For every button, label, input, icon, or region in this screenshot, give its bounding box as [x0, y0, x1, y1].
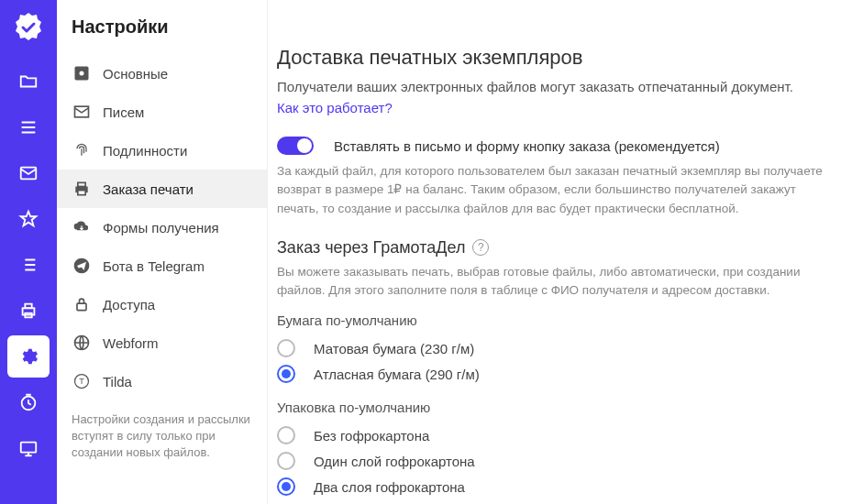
svg-rect-10 [78, 182, 85, 186]
sidebar-item-mail[interactable]: Писем [57, 93, 267, 131]
nav-desktop-icon[interactable] [7, 427, 50, 469]
svg-rect-2 [25, 304, 31, 309]
cloud-download-icon [72, 217, 92, 237]
nav-folder-icon[interactable] [7, 60, 50, 103]
toggle-label: Вставлять в письмо и форму кнопку заказа… [334, 138, 720, 154]
nav-mail-icon[interactable] [7, 152, 50, 194]
sidebar-item-telegram[interactable]: Бота в Telegram [57, 247, 267, 285]
radio-label: Без гофрокартона [314, 428, 429, 444]
tilda-icon: T [72, 371, 92, 391]
sidebar-title: Настройки [57, 16, 267, 54]
sidebar-item-forms[interactable]: Формы получения [57, 208, 267, 247]
nav-star-icon[interactable] [7, 198, 50, 240]
sidebar-item-label: Доступа [103, 297, 155, 312]
svg-rect-5 [21, 443, 37, 453]
page-heading: Доставка печатных экземпляров [277, 46, 832, 70]
radio-icon [277, 477, 295, 496]
nav-settings-icon[interactable] [7, 335, 50, 378]
sidebar-item-label: Подлинности [103, 143, 187, 159]
fingerprint-icon [72, 140, 92, 160]
sidebar-item-print-order[interactable]: Заказа печати [57, 170, 267, 208]
sidebar: Настройки Основные Писем Подлинности Зак… [57, 0, 268, 504]
sidebar-item-tilda[interactable]: T Tilda [57, 362, 267, 400]
nav-list-icon[interactable] [7, 244, 50, 286]
sidebar-item-label: Формы получения [103, 220, 219, 236]
order-desc: Вы можете заказывать печать, выбрав гото… [277, 263, 832, 301]
toggle-helper: За каждый файл, для которого пользовател… [277, 162, 832, 218]
paper-option-satin[interactable]: Атласная бумага (290 г/м) [277, 361, 832, 387]
nav-clock-icon[interactable] [7, 381, 50, 423]
packaging-option-two[interactable]: Два слоя гофрокартона [277, 474, 832, 499]
telegram-icon [72, 256, 92, 276]
nav-menu-icon[interactable] [7, 106, 50, 148]
sidebar-note: Настройки создания и рассылки вступят в … [57, 400, 267, 473]
sidebar-item-label: Писем [103, 104, 144, 120]
iconbar [0, 0, 57, 504]
sidebar-item-webform[interactable]: Webform [57, 323, 267, 362]
sidebar-item-label: Основные [103, 66, 168, 82]
packaging-option-one[interactable]: Один слой гофрокартона [277, 448, 832, 474]
sidebar-item-main[interactable]: Основные [57, 54, 267, 93]
sidebar-item-label: Заказа печати [103, 181, 194, 197]
packaging-option-none[interactable]: Без гофрокартона [277, 422, 832, 448]
envelope-icon [72, 102, 92, 122]
radio-icon [277, 365, 295, 383]
how-it-works-link[interactable]: Как это работает? [277, 100, 393, 115]
lock-icon [72, 294, 92, 314]
gear-box-icon [72, 63, 92, 83]
radio-icon [277, 339, 295, 357]
paper-group-label: Бумага по-умолчанию [277, 312, 832, 328]
sidebar-item-label: Бота в Telegram [103, 258, 205, 274]
radio-icon [277, 452, 295, 470]
svg-rect-13 [77, 303, 86, 311]
printer-icon [72, 179, 92, 199]
radio-label: Два слоя гофрокартона [314, 479, 465, 495]
content: Доставка печатных экземпляров Получатели… [268, 0, 841, 504]
help-icon[interactable]: ? [472, 239, 489, 256]
order-heading: Заказ через ГрамотаДел [277, 238, 465, 257]
svg-rect-11 [78, 191, 85, 195]
radio-label: Атласная бумага (290 г/м) [314, 367, 480, 382]
sidebar-item-access[interactable]: Доступа [57, 285, 267, 323]
insert-button-toggle[interactable] [277, 137, 314, 155]
svg-text:T: T [79, 377, 84, 386]
intro-text: Получатели ваших электронных файлов могу… [277, 77, 832, 118]
packaging-group-label: Упаковка по-умолчанию [277, 400, 832, 415]
globe-icon [72, 333, 92, 353]
intro-text-body: Получатели ваших электронных файлов могу… [277, 79, 793, 94]
sidebar-item-label: Webform [103, 335, 159, 351]
svg-point-7 [80, 71, 84, 76]
nav-print-icon[interactable] [7, 290, 50, 332]
sidebar-item-authenticity[interactable]: Подлинности [57, 131, 267, 170]
radio-label: Матовая бумага (230 г/м) [314, 341, 474, 356]
radio-icon [277, 426, 295, 444]
logo-icon [10, 9, 47, 46]
radio-label: Один слой гофрокартона [314, 454, 475, 469]
sidebar-item-label: Tilda [103, 374, 132, 389]
paper-option-matte[interactable]: Матовая бумага (230 г/м) [277, 335, 832, 361]
